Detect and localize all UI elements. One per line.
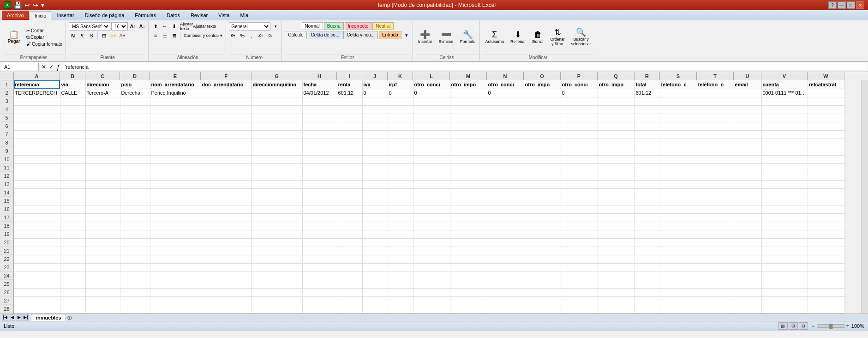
row-num-22[interactable]: 22 xyxy=(0,255,13,263)
cell-I18[interactable] xyxy=(337,222,362,230)
cell-K2[interactable]: 0 xyxy=(388,89,413,97)
cell-P4[interactable] xyxy=(561,105,598,114)
cell-G7[interactable] xyxy=(251,130,302,139)
cell-R27[interactable] xyxy=(635,296,660,305)
cell-U21[interactable] xyxy=(734,247,761,255)
cell-W3[interactable] xyxy=(808,97,844,105)
cell-M26[interactable] xyxy=(450,288,487,296)
cell-N2[interactable]: 0 xyxy=(487,89,524,97)
formato-btn[interactable]: 🔧 Formato xyxy=(458,24,478,50)
cell-W11[interactable] xyxy=(808,163,844,172)
cell-M13[interactable] xyxy=(450,180,487,188)
tab-diseno[interactable]: Diseño de página xyxy=(80,11,130,20)
cell-M7[interactable] xyxy=(450,130,487,139)
cell-R15[interactable] xyxy=(635,197,660,205)
cell-J11[interactable] xyxy=(362,163,388,172)
cell-R8[interactable] xyxy=(635,139,660,147)
cell-T23[interactable] xyxy=(697,263,734,272)
cell-T18[interactable] xyxy=(697,222,734,230)
cell-B18[interactable] xyxy=(60,222,85,230)
cell-J8[interactable] xyxy=(362,139,388,147)
cell-E25[interactable] xyxy=(150,280,201,288)
cell-P21[interactable] xyxy=(561,247,598,255)
cell-M16[interactable] xyxy=(450,205,487,213)
cell-J16[interactable] xyxy=(362,205,388,213)
cell-P26[interactable] xyxy=(561,288,598,296)
cell-E24[interactable] xyxy=(150,272,201,280)
cell-P12[interactable] xyxy=(561,172,598,180)
cell-L20[interactable] xyxy=(413,238,450,247)
cell-S14[interactable] xyxy=(660,188,697,197)
cell-A5[interactable] xyxy=(14,114,60,122)
cell-T6[interactable] xyxy=(697,122,734,130)
cell-F13[interactable] xyxy=(201,180,251,188)
cell-O23[interactable] xyxy=(524,263,561,272)
cell-S18[interactable] xyxy=(660,222,697,230)
tab-revisar[interactable]: Revisar xyxy=(186,11,213,20)
cell-B17[interactable] xyxy=(60,213,85,222)
cell-S22[interactable] xyxy=(660,255,697,263)
cell-C8[interactable] xyxy=(85,139,120,147)
cell-L7[interactable] xyxy=(413,130,450,139)
cell-G1[interactable]: direccioninquilino xyxy=(251,80,302,89)
cell-L14[interactable] xyxy=(413,188,450,197)
cell-R26[interactable] xyxy=(635,288,660,296)
cell-G26[interactable] xyxy=(251,288,302,296)
cell-J21[interactable] xyxy=(362,247,388,255)
cell-G2[interactable] xyxy=(251,89,302,97)
cell-W2[interactable] xyxy=(808,89,844,97)
tab-archivo[interactable]: Archivo xyxy=(2,11,29,20)
cell-U27[interactable] xyxy=(734,296,761,305)
cell-F3[interactable] xyxy=(201,97,251,105)
cell-H9[interactable] xyxy=(302,147,337,155)
cell-P6[interactable] xyxy=(561,122,598,130)
align-left-btn[interactable]: ≡ xyxy=(151,31,160,40)
align-center-btn[interactable]: ☰ xyxy=(161,31,169,40)
cell-U13[interactable] xyxy=(734,180,761,188)
cell-T4[interactable] xyxy=(697,105,734,114)
cell-P25[interactable] xyxy=(561,280,598,288)
cell-W26[interactable] xyxy=(808,288,844,296)
cell-U22[interactable] xyxy=(734,255,761,263)
cell-V25[interactable] xyxy=(761,280,808,288)
cell-W22[interactable] xyxy=(808,255,844,263)
cell-U5[interactable] xyxy=(734,114,761,122)
wrap-text-btn[interactable]: Ajustar texto xyxy=(182,22,191,30)
cell-R10[interactable] xyxy=(635,155,660,163)
col-header-C[interactable]: C xyxy=(85,72,120,80)
cell-W28[interactable] xyxy=(808,305,844,313)
cell-O1[interactable]: otro_impo xyxy=(524,80,561,89)
cell-B11[interactable] xyxy=(60,163,85,172)
cell-E7[interactable] xyxy=(150,130,201,139)
col-header-J[interactable]: J xyxy=(362,72,388,80)
dec-inc-btn[interactable]: .0↑ xyxy=(257,31,265,40)
sheet-nav-next[interactable]: ▶ xyxy=(16,314,22,320)
cell-D16[interactable] xyxy=(120,205,150,213)
cell-J6[interactable] xyxy=(362,122,388,130)
cell-T20[interactable] xyxy=(697,238,734,247)
cell-C16[interactable] xyxy=(85,205,120,213)
row-num-13[interactable]: 13 xyxy=(0,180,13,188)
merge-center-btn[interactable]: Combinar y centrar ▾ xyxy=(182,33,224,38)
cell-A15[interactable] xyxy=(14,197,60,205)
col-header-V[interactable]: V xyxy=(761,72,808,80)
cell-H17[interactable] xyxy=(302,213,337,222)
cell-A8[interactable] xyxy=(14,139,60,147)
cell-N25[interactable] xyxy=(487,280,524,288)
cell-B23[interactable] xyxy=(60,263,85,272)
cell-Q16[interactable] xyxy=(598,205,635,213)
cell-U10[interactable] xyxy=(734,155,761,163)
cell-N21[interactable] xyxy=(487,247,524,255)
cell-V24[interactable] xyxy=(761,272,808,280)
cell-A21[interactable] xyxy=(14,247,60,255)
cell-G4[interactable] xyxy=(251,105,302,114)
col-header-L[interactable]: L xyxy=(413,72,450,80)
cell-U1[interactable]: email xyxy=(734,80,761,89)
cell-Q25[interactable] xyxy=(598,280,635,288)
cell-B15[interactable] xyxy=(60,197,85,205)
cell-O17[interactable] xyxy=(524,213,561,222)
cell-R12[interactable] xyxy=(635,172,660,180)
cell-I9[interactable] xyxy=(337,147,362,155)
cell-L21[interactable] xyxy=(413,247,450,255)
cell-S3[interactable] xyxy=(660,97,697,105)
